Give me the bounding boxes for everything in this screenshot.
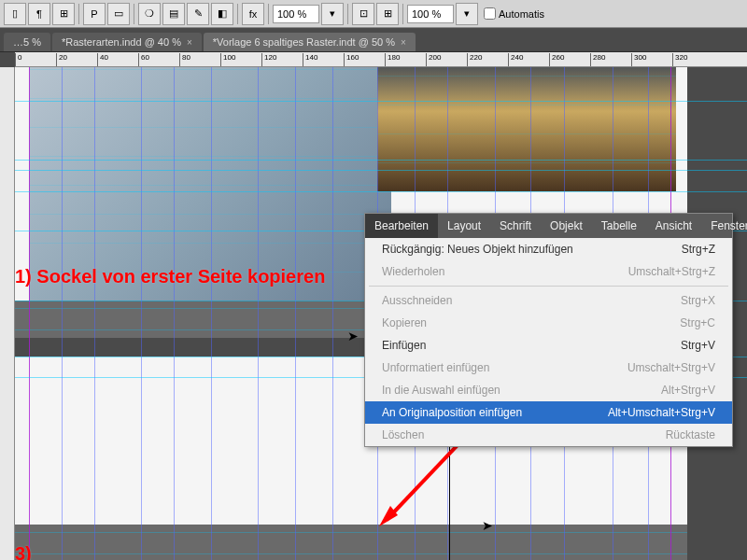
- menu-item: WiederholenUmschalt+Strg+Z: [365, 260, 732, 283]
- socle-band-2[interactable]: [15, 525, 687, 560]
- ruler-mark: 60: [138, 53, 149, 66]
- menubar-item-fenster[interactable]: Fenster: [701, 214, 747, 238]
- annotation-3: 3): [15, 543, 32, 560]
- ruler-mark: 20: [56, 53, 67, 66]
- tool-button[interactable]: ◧: [211, 3, 233, 25]
- menu-item: Unformatiert einfügenUmschalt+Strg+V: [365, 357, 732, 379]
- tool-button[interactable]: ⊞: [376, 3, 399, 25]
- cursor-pointer-icon: ➤: [347, 329, 359, 343]
- menu-item: LöschenRücktaste: [365, 424, 732, 446]
- cursor-pointer-icon: ➤: [482, 518, 493, 533]
- tool-button[interactable]: fx: [242, 3, 264, 25]
- zoom-input[interactable]: [273, 5, 319, 23]
- menu-item: In die Auswahl einfügenAlt+Strg+V: [365, 379, 732, 401]
- tool-button[interactable]: ⊡: [352, 3, 374, 25]
- ruler-mark: 120: [261, 53, 276, 66]
- tool-button[interactable]: ▭: [107, 3, 130, 25]
- tool-button[interactable]: ⊞: [52, 3, 75, 25]
- menu-item[interactable]: EinfügenStrg+V: [365, 334, 732, 357]
- menu-item[interactable]: An Originalposition einfügenAlt+Umschalt…: [365, 401, 732, 424]
- menubar-item-ansicht[interactable]: Ansicht: [646, 214, 701, 238]
- tool-button[interactable]: P: [83, 3, 106, 25]
- document-tab[interactable]: …5 %: [4, 33, 50, 51]
- ruler-mark: 180: [385, 53, 400, 66]
- zoom-input-2[interactable]: [407, 5, 454, 23]
- ruler-mark: 100: [220, 53, 235, 66]
- dropdown-icon[interactable]: ▾: [321, 3, 344, 25]
- context-menu-bar: Bearbeiten Layout Schrift Objekt Tabelle…: [365, 214, 732, 238]
- ruler-mark: 200: [426, 53, 441, 66]
- ruler-mark: 80: [179, 53, 190, 66]
- tool-button[interactable]: ▤: [162, 3, 185, 25]
- ruler-mark: 260: [549, 53, 564, 66]
- tab-bar: …5 % *Rasterarten.indd @ 40 %× *Vorlage …: [0, 28, 747, 52]
- document-tab[interactable]: *Rasterarten.indd @ 40 %×: [52, 33, 202, 51]
- ruler-mark: 220: [467, 53, 482, 66]
- ruler-mark: 0: [15, 53, 21, 66]
- ruler-mark: 300: [631, 53, 646, 66]
- menubar-item-bearbeiten[interactable]: Bearbeiten: [365, 214, 438, 238]
- context-menu: Bearbeiten Layout Schrift Objekt Tabelle…: [364, 213, 733, 447]
- ruler-horizontal[interactable]: 0204060801001201401601802002202402602803…: [15, 52, 747, 67]
- document-tab-active[interactable]: *Vorlage 6 spaltiges Raster.indt @ 50 %×: [204, 33, 416, 51]
- ruler-vertical[interactable]: [0, 67, 15, 560]
- ruler-mark: 160: [344, 53, 359, 66]
- menu-item: KopierenStrg+C: [365, 312, 732, 334]
- annotation-1: 1) Sockel von erster Seite kopieren: [15, 266, 325, 287]
- menubar-item-layout[interactable]: Layout: [438, 214, 490, 238]
- menubar-item-objekt[interactable]: Objekt: [541, 214, 592, 238]
- menu-item: AusschneidenStrg+X: [365, 289, 732, 312]
- ruler-mark: 40: [97, 53, 108, 66]
- tool-button[interactable]: ¶: [28, 3, 50, 25]
- image-frame-night[interactable]: [377, 67, 676, 191]
- toolbar: ▯ ¶ ⊞ P ▭ ❍ ▤ ✎ ◧ fx ▾ ⊡ ⊞ ▾ Automatis: [0, 0, 747, 28]
- ruler-mark: 320: [672, 53, 687, 66]
- auto-checkbox[interactable]: Automatis: [484, 7, 544, 20]
- dropdown-icon[interactable]: ▾: [456, 3, 478, 25]
- ruler-mark: 140: [303, 53, 317, 66]
- close-icon[interactable]: ×: [401, 37, 406, 48]
- tool-button[interactable]: ▯: [4, 3, 26, 25]
- close-icon[interactable]: ×: [187, 37, 192, 48]
- menubar-item-schrift[interactable]: Schrift: [490, 214, 541, 238]
- menubar-item-tabelle[interactable]: Tabelle: [592, 214, 646, 238]
- ruler-mark: 280: [590, 53, 605, 66]
- tool-button[interactable]: ❍: [138, 3, 161, 25]
- ruler-mark: 240: [508, 53, 523, 66]
- menu-item[interactable]: Rückgängig: Neues Objekt hinzufügenStrg+…: [365, 238, 732, 260]
- tool-button[interactable]: ✎: [187, 3, 209, 25]
